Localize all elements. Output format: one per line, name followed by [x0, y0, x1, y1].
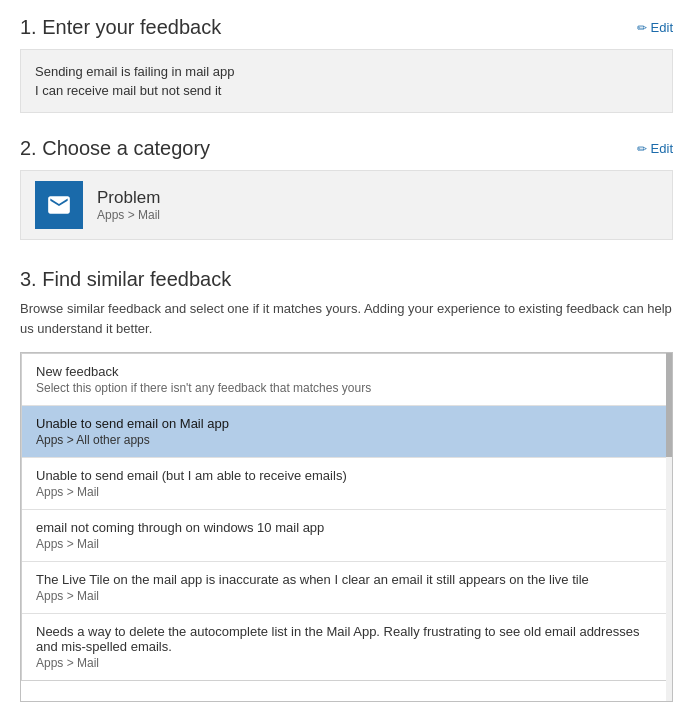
feedback-list-item[interactable]: Unable to send email on Mail appApps > A…	[22, 406, 671, 458]
section3-title: 3. Find similar feedback	[20, 268, 673, 291]
feedback-item-title: Unable to send email (but I am able to r…	[36, 468, 657, 483]
feedback-item-title: New feedback	[36, 364, 657, 379]
edit-icon-2: ✏	[637, 142, 647, 156]
scroll-thumb	[666, 353, 672, 457]
feedback-item-subtitle: Apps > Mail	[36, 485, 657, 499]
category-path: Apps > Mail	[97, 208, 160, 222]
section1-edit-button[interactable]: ✏ Edit	[637, 20, 673, 35]
section1-header: 1. Enter your feedback ✏ Edit	[20, 16, 673, 39]
section2-edit-label: Edit	[651, 141, 673, 156]
category-name: Problem	[97, 188, 160, 208]
edit-icon: ✏	[637, 21, 647, 35]
feedback-item-subtitle: Apps > Mail	[36, 656, 657, 670]
section3-description: Browse similar feedback and select one i…	[20, 299, 673, 338]
feedback-item-subtitle: Apps > Mail	[36, 537, 657, 551]
feedback-item-title: Needs a way to delete the autocomplete l…	[36, 624, 657, 654]
scroll-track	[666, 353, 672, 701]
feedback-line-1: Sending email is failing in mail app	[35, 62, 658, 81]
category-icon	[35, 181, 83, 229]
feedback-item-subtitle: Select this option if there isn't any fe…	[36, 381, 657, 395]
feedback-item-subtitle: Apps > Mail	[36, 589, 657, 603]
section1-title: 1. Enter your feedback	[20, 16, 221, 39]
section2-edit-button[interactable]: ✏ Edit	[637, 141, 673, 156]
feedback-list-item[interactable]: email not coming through on windows 10 m…	[22, 510, 671, 562]
feedback-list-item[interactable]: The Live Tile on the mail app is inaccur…	[22, 562, 671, 614]
feedback-item-title: email not coming through on windows 10 m…	[36, 520, 657, 535]
section2-header: 2. Choose a category ✏ Edit	[20, 137, 673, 160]
feedback-line-2: I can receive mail but not send it	[35, 81, 658, 100]
feedback-item-title: Unable to send email on Mail app	[36, 416, 657, 431]
feedback-list-item[interactable]: Unable to send email (but I am able to r…	[22, 458, 671, 510]
feedback-item-subtitle: Apps > All other apps	[36, 433, 657, 447]
category-info: Problem Apps > Mail	[97, 188, 160, 222]
feedback-item-title: The Live Tile on the mail app is inaccur…	[36, 572, 657, 587]
feedback-list: New feedbackSelect this option if there …	[21, 353, 672, 681]
section1-feedback-box: Sending email is failing in mail app I c…	[20, 49, 673, 113]
category-box: Problem Apps > Mail	[20, 170, 673, 240]
section1-edit-label: Edit	[651, 20, 673, 35]
feedback-list-item[interactable]: Needs a way to delete the autocomplete l…	[22, 614, 671, 680]
mail-icon	[46, 192, 72, 218]
section2-title: 2. Choose a category	[20, 137, 210, 160]
feedback-list-container: New feedbackSelect this option if there …	[20, 352, 673, 702]
feedback-list-item[interactable]: New feedbackSelect this option if there …	[22, 354, 671, 406]
